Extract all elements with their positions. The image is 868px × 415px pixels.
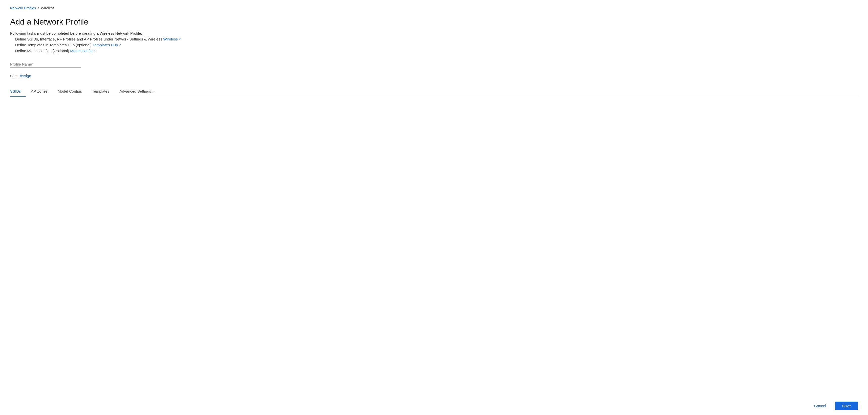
breadcrumb-separator: /: [38, 6, 39, 10]
templates-hub-link[interactable]: Templates Hub↗: [93, 43, 121, 47]
instructions-intro: Following tasks must be completed before…: [10, 31, 858, 35]
instruction-text-3: Define Model Configs (Optional): [15, 49, 70, 53]
tab-model-configs[interactable]: Model Configs: [53, 86, 87, 97]
page-title: Add a Network Profile: [10, 17, 858, 27]
model-config-external-icon: ↗: [93, 49, 96, 52]
tabs-container: SSIDs AP Zones Model Configs Templates A…: [10, 86, 858, 97]
tab-ssids[interactable]: SSIDs: [10, 86, 26, 97]
breadcrumb-network-profiles[interactable]: Network Profiles: [10, 6, 36, 10]
tab-templates[interactable]: Templates: [87, 86, 114, 97]
templates-hub-link-label: Templates Hub: [93, 43, 118, 47]
cancel-button[interactable]: Cancel: [809, 402, 831, 410]
instruction-text-2: Define Templates in Templates Hub (optio…: [15, 43, 93, 47]
tab-ap-zones[interactable]: AP Zones: [26, 86, 53, 97]
site-row: Site: Assign: [10, 73, 858, 78]
profile-name-field: [10, 61, 858, 67]
instruction-item-3: Define Model Configs (Optional) Model Co…: [15, 49, 858, 53]
site-assign-link[interactable]: Assign: [20, 73, 31, 78]
instruction-item-2: Define Templates in Templates Hub (optio…: [15, 43, 858, 47]
page-container: Network Profiles / Wireless Add a Networ…: [0, 0, 868, 255]
model-config-link[interactable]: Model Config↗: [70, 49, 96, 53]
wireless-external-icon: ↗: [179, 37, 181, 41]
breadcrumb-current: Wireless: [41, 6, 55, 10]
save-button[interactable]: Save: [835, 402, 858, 410]
instruction-text-1: Define SSIDs, Interface, RF Profiles and…: [15, 37, 163, 41]
instruction-item-1: Define SSIDs, Interface, RF Profiles and…: [15, 37, 858, 41]
bottom-actions: Cancel Save: [799, 396, 868, 415]
breadcrumb: Network Profiles / Wireless: [10, 6, 858, 10]
templates-hub-external-icon: ↗: [119, 43, 121, 47]
wireless-link-label: Wireless: [163, 37, 178, 41]
tab-advanced-settings[interactable]: Advanced Settings ⌄: [114, 86, 160, 97]
site-label: Site:: [10, 73, 18, 78]
advanced-settings-label: Advanced Settings: [119, 89, 151, 93]
instructions-list: Define SSIDs, Interface, RF Profiles and…: [10, 37, 858, 53]
model-config-link-label: Model Config: [70, 49, 93, 53]
tab-content-area: [10, 97, 858, 249]
wireless-link[interactable]: Wireless↗: [163, 37, 181, 41]
profile-name-input[interactable]: [10, 61, 81, 67]
chevron-down-icon: ⌄: [152, 89, 155, 93]
